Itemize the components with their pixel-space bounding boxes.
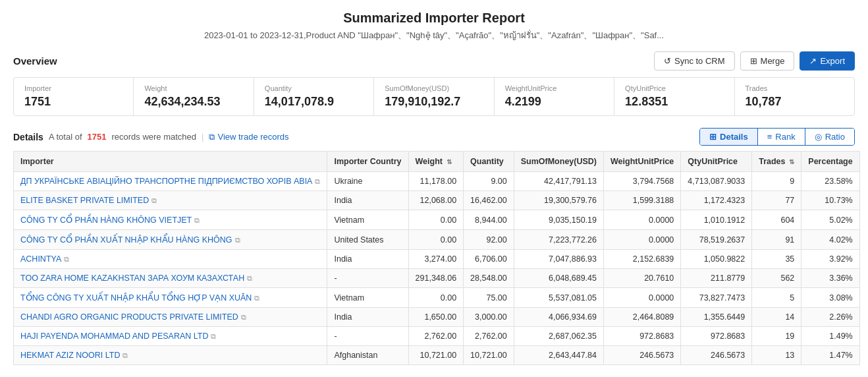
cell-country: Afghanistan	[327, 346, 408, 365]
metric-label: SumOfMoney(USD)	[385, 84, 483, 92]
cell-quantity: 10,721.00	[464, 346, 514, 365]
sync-crm-button[interactable]: ↺ Sync to CRM	[654, 51, 735, 71]
col-qty_unit_price: QtyUnitPrice	[681, 152, 752, 172]
table-icon: ⊞	[709, 132, 717, 142]
importer-link[interactable]: TỔNG CÔNG TY XUẤT NHẬP KHẨU TỔNG HỢP VẠN…	[20, 293, 252, 303]
cell-trades: 5	[752, 288, 801, 308]
col-importer: Importer	[14, 152, 327, 172]
importer-link[interactable]: TOO ZARA HOME KAZAKHSTAN ЗАРА ХОУМ КАЗАХ…	[20, 274, 244, 283]
cell-qty_unit_price: 211.8779	[681, 269, 752, 288]
cell-qty_unit_price: 1,010.1912	[681, 210, 752, 230]
cell-quantity: 9.00	[464, 172, 514, 191]
copy-icon[interactable]: ⧉	[241, 313, 246, 321]
importer-cell: HEKMAT AZIZ NOORI LTD⧉	[14, 346, 327, 365]
importer-link[interactable]: ДП УКРАЇНСЬКЕ АВІАЦІЙНО ТРАНСПОРТНЕ ПІДП…	[20, 177, 312, 186]
importer-cell: CÔNG TY CỔ PHẦN HÀNG KHÔNG VIETJET⧉	[14, 210, 327, 230]
tab-rank[interactable]: ≡Rank	[758, 129, 805, 145]
view-trade-records-link[interactable]: ⧉ View trade records	[209, 132, 288, 142]
cell-sum_money: 4,066,934.69	[514, 308, 603, 327]
cell-qty_unit_price: 972.8683	[681, 327, 752, 346]
table-body: ДП УКРАЇНСЬКЕ АВІАЦІЙНО ТРАНСПОРТНЕ ПІДП…	[14, 172, 860, 365]
importer-cell: TỔNG CÔNG TY XUẤT NHẬP KHẨU TỔNG HỢP VẠN…	[14, 288, 327, 308]
cell-weight_unit_price: 2,152.6839	[604, 250, 681, 269]
copy-icon[interactable]: ⧉	[315, 177, 320, 185]
cell-trades: 91	[752, 230, 801, 250]
sync-icon: ↺	[664, 56, 671, 66]
col-weight[interactable]: Weight ⇅	[408, 152, 464, 172]
metric-label: Importer	[24, 84, 122, 92]
cell-percentage: 4.02%	[801, 230, 859, 250]
cell-sum_money: 19,300,579.76	[514, 191, 603, 210]
cell-sum_money: 9,035,150.19	[514, 210, 603, 230]
table-row: HEKMAT AZIZ NOORI LTD⧉Afghanistan10,721.…	[14, 346, 860, 365]
col-weight_unit_price: WeightUnitPrice	[604, 152, 681, 172]
copy-icon[interactable]: ⧉	[254, 294, 259, 302]
copy-icon[interactable]: ⧉	[235, 236, 240, 244]
cell-weight_unit_price: 1,599.3188	[604, 191, 681, 210]
merge-button[interactable]: ⊞ Merge	[740, 51, 795, 71]
metric-cell: Trades 10,787	[735, 78, 854, 115]
cell-weight: 0.00	[408, 288, 464, 308]
table-row: TỔNG CÔNG TY XUẤT NHẬP KHẨU TỔNG HỢP VẠN…	[14, 288, 860, 308]
metric-value: 12.8351	[625, 95, 723, 109]
link-icon: ⧉	[209, 132, 215, 142]
export-button[interactable]: ↗ Export	[800, 51, 855, 71]
table-header: ImporterImporter CountryWeight ⇅Quantity…	[14, 152, 860, 172]
tab-details[interactable]: ⊞Details	[700, 129, 758, 145]
cell-weight_unit_price: 3,794.7568	[604, 172, 681, 191]
table-row: CÔNG TY CỔ PHẦN HÀNG KHÔNG VIETJET⧉Vietn…	[14, 210, 860, 230]
copy-icon[interactable]: ⧉	[64, 255, 69, 263]
overview-title: Overview	[13, 55, 57, 67]
cell-trades: 9	[752, 172, 801, 191]
cell-weight: 10,721.00	[408, 346, 464, 365]
details-total-prefix: A total of	[49, 132, 82, 142]
cell-weight: 12,068.00	[408, 191, 464, 210]
importer-cell: CHANDI AGRO ORGANIC PRODUCTS PRIVATE LIM…	[14, 308, 327, 327]
importer-link[interactable]: HEKMAT AZIZ NOORI LTD	[20, 351, 120, 360]
details-total-suffix: records were matched	[111, 132, 196, 142]
copy-icon[interactable]: ⧉	[122, 351, 128, 359]
metric-cell: WeightUnitPrice 4.2199	[495, 78, 614, 115]
report-title: Summarized Importer Report	[13, 11, 855, 26]
metric-value: 42,634,234.53	[144, 95, 242, 109]
metric-value: 10,787	[746, 95, 844, 109]
metric-label: Weight	[144, 84, 242, 92]
importer-link[interactable]: HAJI PAYENDA MOHAMMAD AND PESARAN LTD	[20, 332, 208, 341]
copy-icon[interactable]: ⧉	[151, 196, 157, 204]
col-trades[interactable]: Trades ⇅	[752, 152, 801, 172]
overview-bar: Overview ↺ Sync to CRM ⊞ Merge ↗ Export	[13, 51, 855, 71]
cell-quantity: 3,000.00	[464, 308, 514, 327]
cell-qty_unit_price: 4,713,087.9033	[681, 172, 752, 191]
table-row: CÔNG TY CỔ PHẦN XUẤT NHẬP KHẨU HÀNG KHÔN…	[14, 230, 860, 250]
cell-quantity: 28,548.00	[464, 269, 514, 288]
importer-link[interactable]: CÔNG TY CỔ PHẦN XUẤT NHẬP KHẨU HÀNG KHÔN…	[20, 235, 232, 245]
metric-value: 179,910,192.7	[385, 95, 483, 109]
cell-qty_unit_price: 1,050.9822	[681, 250, 752, 269]
sort-icon[interactable]: ⇅	[445, 158, 452, 165]
importer-link[interactable]: CHANDI AGRO ORGANIC PRODUCTS PRIVATE LIM…	[20, 312, 238, 322]
cell-country: Vietnam	[327, 288, 408, 308]
importer-cell: HAJI PAYENDA MOHAMMAD AND PESARAN LTD⧉	[14, 327, 327, 346]
cell-weight_unit_price: 0.0000	[604, 288, 681, 308]
col-sum_money: SumOfMoney(USD)	[514, 152, 603, 172]
cell-country: India	[327, 191, 408, 210]
table-row: CHANDI AGRO ORGANIC PRODUCTS PRIVATE LIM…	[14, 308, 860, 327]
report-header: Summarized Importer Report 2023-01-01 to…	[13, 11, 855, 42]
report-subtitle: 2023-01-01 to 2023-12-31,Product AND "Ша…	[13, 28, 855, 42]
importer-link[interactable]: CÔNG TY CỔ PHẦN HÀNG KHÔNG VIETJET	[20, 216, 192, 225]
tab-ratio[interactable]: ◎Ratio	[805, 129, 854, 145]
copy-icon[interactable]: ⧉	[247, 274, 252, 282]
importer-cell: CÔNG TY CỔ PHẦN XUẤT NHẬP KHẨU HÀNG KHÔN…	[14, 230, 327, 250]
cell-trades: 14	[752, 308, 801, 327]
copy-icon[interactable]: ⧉	[211, 332, 216, 340]
importer-link[interactable]: ELITE BASKET PRIVATE LIMITED	[20, 196, 149, 205]
sort-icon[interactable]: ⇅	[788, 158, 795, 165]
metric-label: Quantity	[265, 84, 363, 92]
cell-sum_money: 7,223,772.26	[514, 230, 603, 250]
importer-link[interactable]: ACHINTYA	[20, 254, 61, 264]
metric-label: Trades	[746, 84, 844, 92]
cell-percentage: 10.73%	[801, 191, 859, 210]
table-row: TOO ZARA HOME KAZAKHSTAN ЗАРА ХОУМ КАЗАХ…	[14, 269, 860, 288]
copy-icon[interactable]: ⧉	[194, 216, 200, 224]
cell-qty_unit_price: 1,355.6449	[681, 308, 752, 327]
